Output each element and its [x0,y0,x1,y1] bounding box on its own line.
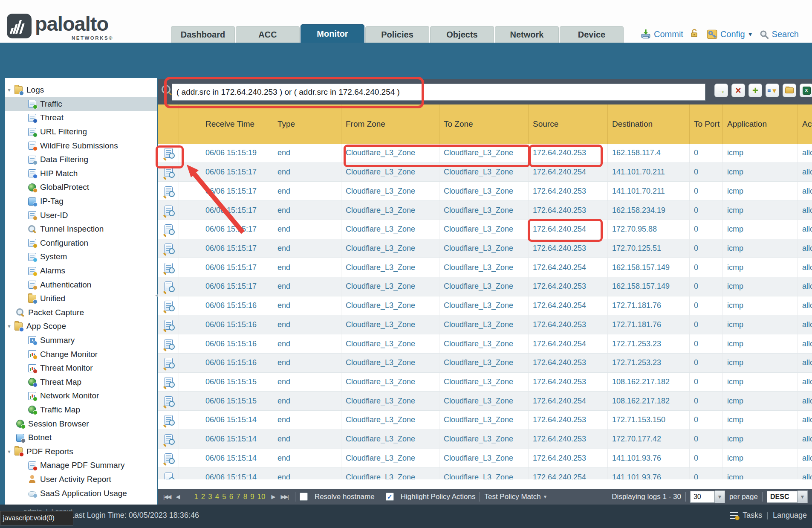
sort-order-select[interactable]: DESC [767,491,798,503]
log-detail-icon[interactable] [165,281,173,291]
highlight-policy-checkbox[interactable]: ✓ [386,493,394,501]
column-header-to-zone[interactable]: To Zone [439,104,529,144]
column-header-source[interactable]: Source [529,104,608,144]
last-page-button[interactable]: ▶▶| [281,493,288,500]
column-header-to-port[interactable]: To Port [690,104,723,144]
sidebar-item-network-monitor[interactable]: Network Monitor [5,389,157,403]
cell-value[interactable]: 162.158.117.4 [612,148,661,157]
column-header-type[interactable]: Type [273,104,341,144]
cell-value[interactable]: 172.70.177.42 [612,435,661,444]
log-detail-icon[interactable] [165,473,173,479]
next-page-button[interactable]: ▶ [272,493,276,500]
page-number-5[interactable]: 5 [222,493,226,501]
export-to-csv-button[interactable]: X [800,84,812,97]
cell-value[interactable]: 172.64.240.254 [533,301,586,310]
cell-value[interactable]: 172.64.240.253 [533,148,586,157]
page-number-6[interactable]: 6 [229,493,233,501]
cell-value[interactable]: 172.64.240.253 [533,187,586,196]
sidebar-item-wildfire-submissions[interactable]: WildFire Submissions [5,139,157,153]
load-filter-button[interactable] [783,84,796,97]
test-policy-match-button[interactable]: Test Policy Match ▾ [484,493,546,501]
cell-value[interactable]: 162.158.234.19 [612,206,665,215]
tab-dashboard[interactable]: Dashboard [171,26,235,43]
log-detail-icon[interactable] [165,396,173,406]
cell-value[interactable]: 172.71.253.23 [612,358,661,367]
tab-monitor[interactable]: Monitor [301,24,364,43]
cell-value[interactable]: 172.64.240.253 [533,206,586,215]
cell-value[interactable]: 162.158.157.149 [612,263,670,272]
config-menu-button[interactable]: Config ▼ [706,29,753,40]
filter-builder-button[interactable]: ▼ [766,84,779,97]
per-page-input[interactable]: 30 [690,491,715,503]
tab-acc[interactable]: ACC [236,26,300,43]
column-header-destination[interactable]: Destination [608,104,690,144]
cell-value[interactable]: 172.64.240.253 [533,282,586,291]
cell-value[interactable]: 172.64.240.253 [533,415,586,424]
log-detail-icon[interactable] [165,224,173,234]
sidebar-item-summary[interactable]: Summary [5,334,157,348]
cell-value[interactable]: 172.64.240.253 [533,454,586,463]
cell-value[interactable]: 172.64.240.253 [533,435,586,444]
cell-value[interactable]: 108.162.217.182 [612,397,670,406]
page-number-9[interactable]: 9 [250,493,254,501]
lock-button[interactable] [689,28,699,41]
sort-order-dropdown-arrow[interactable]: ▼ [798,490,808,503]
cell-value[interactable]: 172.64.240.254 [533,168,586,177]
sidebar-item-data-filtering[interactable]: Data Filtering [5,153,157,167]
commit-button[interactable]: Commit [640,29,683,40]
sidebar-item-ip-tag[interactable]: IP-Tag [5,194,157,209]
tab-network[interactable]: Network [495,26,559,43]
sidebar-item-traffic[interactable]: Traffic [5,97,157,111]
column-header-application[interactable]: Application [723,104,798,144]
sidebar-item-tunnel-inspection[interactable]: Tunnel Inspection [5,222,157,236]
clear-filter-button[interactable]: × [731,84,745,97]
tasks-button[interactable]: Tasks [743,511,762,520]
log-detail-icon[interactable] [165,263,173,273]
per-page-dropdown-arrow[interactable]: ▼ [715,490,725,503]
log-detail-icon[interactable] [165,206,173,215]
sidebar-item-threat-monitor[interactable]: Threat Monitor [5,361,157,375]
search-button[interactable]: Search [759,29,799,40]
log-detail-icon[interactable] [165,244,173,253]
log-detail-icon[interactable] [165,434,173,444]
sidebar-item-change-monitor[interactable]: Change Monitor [5,347,157,361]
page-number-3[interactable]: 3 [208,493,212,501]
cell-value[interactable]: 162.158.157.149 [612,282,670,291]
tree-expander-icon[interactable]: ▼ [7,324,14,329]
cell-value[interactable]: 141.101.93.76 [612,473,661,479]
log-detail-icon[interactable] [165,167,173,177]
sidebar-item-session-browser[interactable]: Session Browser [5,417,157,431]
tree-expander-icon[interactable]: ▼ [7,87,14,93]
tree-expander-icon[interactable]: ▼ [7,449,14,454]
cell-value[interactable]: 172.64.240.254 [533,339,586,348]
tab-policies[interactable]: Policies [365,26,429,43]
log-detail-icon[interactable] [165,339,173,349]
cell-value[interactable]: 172.71.181.76 [612,320,661,329]
log-filter-input[interactable] [172,84,705,101]
cell-value[interactable]: 172.64.240.254 [533,473,586,479]
sidebar-item-manage-pdf-summary[interactable]: Manage PDF Summary [5,458,157,473]
cell-value[interactable]: 172.71.253.23 [612,339,661,348]
cell-value[interactable]: 141.101.70.211 [612,168,665,177]
cell-value[interactable]: 172.64.240.254 [533,263,586,272]
cell-value[interactable]: 172.64.240.253 [533,244,586,253]
tab-objects[interactable]: Objects [430,26,494,43]
sidebar-item-configuration[interactable]: Configuration [5,236,157,250]
sidebar-item-unified[interactable]: Unified [5,292,157,306]
sidebar-item-pdf-reports[interactable]: ▼PDF Reports [5,444,157,458]
cell-value[interactable]: 172.64.240.253 [533,320,586,329]
sidebar-item-alarms[interactable]: Alarms [5,264,157,278]
cell-value[interactable]: 172.64.240.254 [533,225,586,234]
sidebar-item-packet-capture[interactable]: Packet Capture [5,306,157,320]
add-filter-button[interactable]: + [748,84,762,97]
sidebar-item-app-scope[interactable]: ▼App Scope [5,319,157,334]
cell-value[interactable]: 172.64.240.253 [533,377,586,386]
sidebar-item-globalprotect[interactable]: GlobalProtect [5,180,157,194]
sidebar-item-user-activity-report[interactable]: User Activity Report [5,473,157,487]
sidebar-item-saas-application-usage[interactable]: SaaS Application Usage [5,486,157,500]
sidebar-item-user-id[interactable]: User-ID [5,208,157,222]
page-number-7[interactable]: 7 [236,493,240,501]
log-detail-icon[interactable] [165,148,173,158]
cell-value[interactable]: 172.64.240.253 [533,358,586,367]
column-header-from-zone[interactable]: From Zone [341,104,439,144]
